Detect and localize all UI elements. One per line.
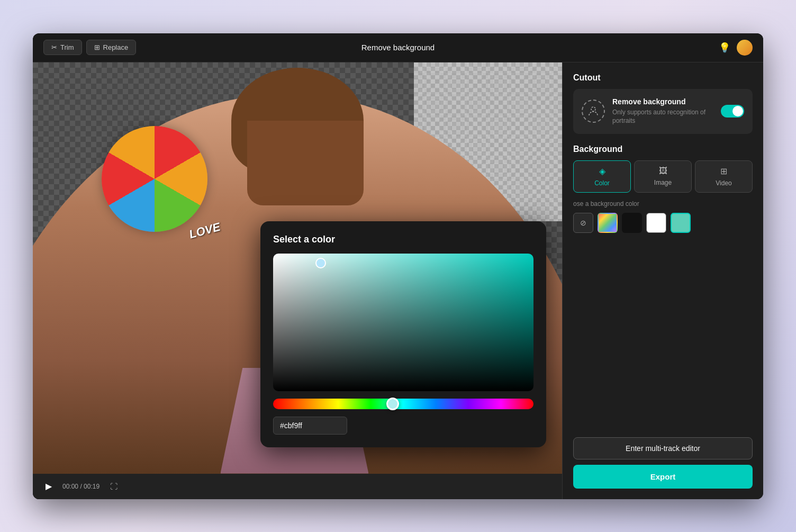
color-swatches: ⊘ [573,213,753,233]
svg-point-1 [591,107,595,111]
teal-swatch[interactable] [671,213,691,233]
expand-icon[interactable]: ⛶ [110,482,117,491]
replace-icon: ⊞ [94,43,100,51]
remove-bg-toggle[interactable] [721,105,744,118]
lollipop: LOVE [102,126,207,232]
bottom-actions: Enter multi-track editor Export [573,437,753,489]
white-swatch[interactable] [646,213,666,233]
right-panel: Cutout Remove background Only supports a… [562,62,763,499]
color-tab-icon: ◈ [599,166,605,176]
time-display: 00:00 / 00:19 [62,483,100,490]
eyedropper-swatch[interactable]: ⊘ [573,213,593,233]
hex-input[interactable] [273,417,347,435]
black-swatch[interactable] [622,213,642,233]
main-content: LOVE Select a color [33,62,763,499]
header: ✂ Trim ⊞ Replace Remove background 💡 [33,33,763,62]
background-section-title: Background [573,145,753,154]
cutout-icon [582,100,605,123]
hue-knob [386,398,399,410]
remove-bg-subtitle: Only supports auto recognition of portra… [612,108,713,126]
woman-hair [231,68,364,174]
bulb-icon[interactable]: 💡 [719,42,730,53]
background-section: Background ◈ Color 🖼 Image ⊞ Video [573,145,753,233]
image-tab-icon: 🖼 [659,166,667,176]
header-tools: ✂ Trim ⊞ Replace [43,40,136,55]
tab-video[interactable]: ⊞ Video [695,160,753,193]
hue-slider-container [273,399,533,409]
video-controls: ▶ 00:00 / 00:19 ⛶ [33,474,562,499]
tab-color[interactable]: ◈ Color [573,160,631,193]
window-title: Remove background [361,43,435,52]
trim-button[interactable]: ✂ Trim [43,40,82,55]
play-button[interactable]: ▶ [41,479,56,494]
color-picker-panel: Select a color [260,221,546,447]
background-tabs: ◈ Color 🖼 Image ⊞ Video [573,160,753,193]
color-gradient-box[interactable] [273,254,533,391]
header-right: 💡 [719,40,753,56]
video-tab-icon: ⊞ [720,166,727,176]
tab-image[interactable]: 🖼 Image [634,160,692,193]
picker-title: Select a color [273,234,533,245]
gradient-swatch[interactable] [598,213,618,233]
trim-icon: ✂ [51,43,57,51]
cutout-section-title: Cutout [573,73,753,83]
toggle-knob [732,106,743,116]
cutout-text: Remove background Only supports auto rec… [612,97,713,126]
cutout-section: Cutout Remove background Only supports a… [573,73,753,134]
cutout-card: Remove background Only supports auto rec… [573,89,753,134]
color-row-label: ose a background color [573,200,753,208]
remove-bg-title: Remove background [612,97,713,106]
video-area: LOVE Select a color [33,62,562,499]
person-cutout-icon [587,105,600,118]
export-button[interactable]: Export [573,465,753,489]
replace-button[interactable]: ⊞ Replace [86,40,137,55]
hue-slider[interactable] [273,399,533,409]
hex-input-row [273,417,533,435]
avatar[interactable] [737,40,753,56]
app-window: ✂ Trim ⊞ Replace Remove background 💡 [33,33,763,499]
gradient-cursor [315,258,326,268]
multi-track-button[interactable]: Enter multi-track editor [573,437,753,459]
video-canvas: LOVE Select a color [33,62,562,474]
